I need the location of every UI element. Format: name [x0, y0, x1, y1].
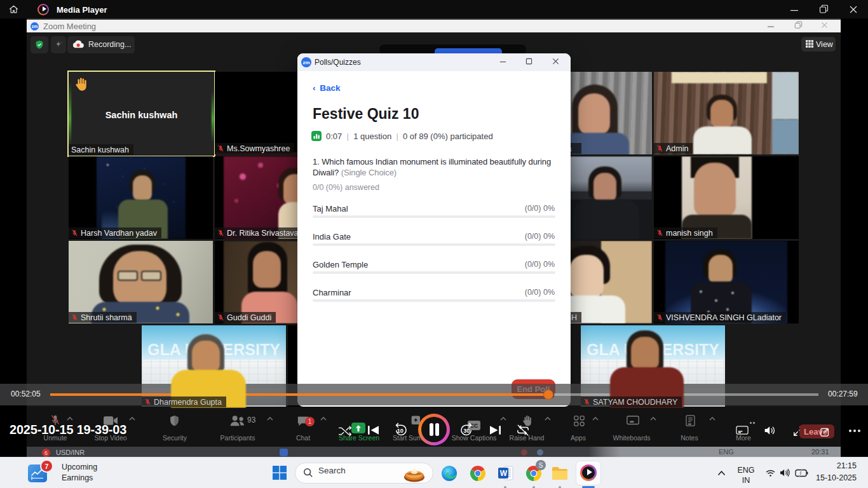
svg-text:W: W — [500, 469, 508, 478]
svg-text:30: 30 — [463, 428, 470, 434]
svg-text:10: 10 — [397, 428, 403, 434]
